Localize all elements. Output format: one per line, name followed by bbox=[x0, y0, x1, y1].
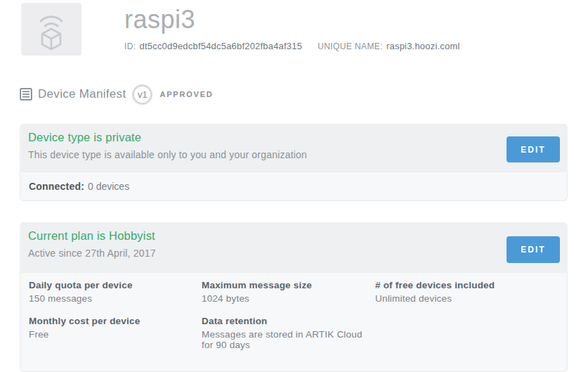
device-avatar bbox=[21, 3, 81, 56]
detail-label: # of free devices included bbox=[375, 280, 558, 290]
plan-card: Current plan is Hobbyist Active since 27… bbox=[20, 222, 568, 372]
detail-value: Free bbox=[29, 329, 202, 340]
privacy-card-title: Device type is private bbox=[28, 131, 307, 144]
device-id-value: dt5cc0d9edcbf54dc5a6bf202fba4af315 bbox=[140, 41, 303, 51]
detail-value: Unlimited devices bbox=[375, 293, 558, 304]
plan-card-header: Current plan is Hobbyist Active since 27… bbox=[20, 222, 568, 273]
privacy-card-text: Device type is private This device type … bbox=[28, 131, 307, 160]
detail-monthly-cost: Monthly cost per device Free bbox=[29, 316, 202, 350]
unique-name-label: UNIQUE NAME: bbox=[318, 41, 383, 51]
device-header: raspi3 ID: dt5cc0d9edcbf54dc5a6bf202fba4… bbox=[0, 0, 588, 56]
device-manifest-row: Device Manifest v1 APPROVED bbox=[20, 84, 588, 105]
device-head-text: raspi3 ID: dt5cc0d9edcbf54dc5a6bf202fba4… bbox=[124, 3, 460, 56]
manifest-title: Device Manifest bbox=[38, 87, 126, 101]
privacy-card: Device type is private This device type … bbox=[20, 124, 568, 201]
manifest-status-badge: APPROVED bbox=[159, 90, 213, 98]
privacy-card-header: Device type is private This device type … bbox=[20, 124, 568, 172]
detail-empty-cell bbox=[375, 316, 558, 350]
device-meta-row: ID: dt5cc0d9edcbf54dc5a6bf202fba4af315 U… bbox=[124, 41, 460, 51]
wifi-cube-device-icon bbox=[31, 8, 72, 51]
privacy-card-body: Connected: 0 devices bbox=[20, 172, 568, 201]
detail-value: Messages are stored in ARTIK Cloud for 9… bbox=[202, 329, 375, 350]
detail-label: Data retention bbox=[202, 316, 375, 326]
device-id-label: ID: bbox=[124, 41, 136, 51]
detail-label: Monthly cost per device bbox=[29, 316, 202, 326]
plan-card-title: Current plan is Hobbyist bbox=[28, 229, 156, 243]
plan-card-body: Daily quota per device 150 messages Maxi… bbox=[20, 273, 568, 372]
connected-devices-row: Connected: 0 devices bbox=[20, 172, 567, 200]
edit-privacy-button[interactable]: EDIT bbox=[507, 136, 560, 162]
page-title: raspi3 bbox=[124, 6, 460, 33]
manifest-version-badge[interactable]: v1 bbox=[132, 84, 152, 105]
plan-details-grid: Daily quota per device 150 messages Maxi… bbox=[20, 273, 567, 371]
document-lines-icon bbox=[20, 88, 32, 101]
detail-daily-quota: Daily quota per device 150 messages bbox=[29, 280, 202, 304]
detail-label: Daily quota per device bbox=[29, 280, 202, 290]
device-type-page: raspi3 ID: dt5cc0d9edcbf54dc5a6bf202fba4… bbox=[0, 0, 588, 372]
plan-card-subtitle: Active since 27th April, 2017 bbox=[28, 248, 156, 259]
detail-value: 1024 bytes bbox=[202, 293, 375, 304]
privacy-card-description: This device type is available only to yo… bbox=[28, 149, 307, 160]
detail-free-devices: # of free devices included Unlimited dev… bbox=[375, 280, 558, 304]
detail-data-retention: Data retention Messages are stored in AR… bbox=[202, 316, 375, 350]
detail-value: 150 messages bbox=[29, 293, 202, 304]
connected-label: Connected: bbox=[29, 181, 84, 192]
unique-name-value: raspi3.hoozi.coml bbox=[386, 41, 460, 51]
edit-plan-button[interactable]: EDIT bbox=[507, 236, 560, 263]
detail-max-message-size: Maximum message size 1024 bytes bbox=[202, 280, 375, 304]
plan-card-text: Current plan is Hobbyist Active since 27… bbox=[28, 229, 156, 259]
connected-value: 0 devices bbox=[88, 181, 129, 192]
detail-label: Maximum message size bbox=[202, 280, 375, 290]
